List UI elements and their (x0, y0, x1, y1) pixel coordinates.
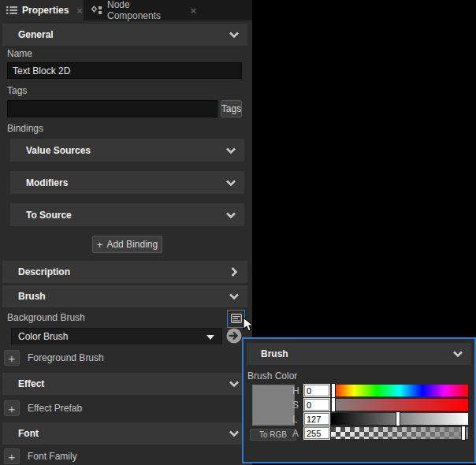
tab-label: Properties (22, 5, 69, 16)
section-header-value-sources[interactable]: Value Sources (10, 139, 244, 162)
section-header-font[interactable]: Font (2, 422, 247, 445)
lightness-row: L (244, 413, 474, 426)
tab-node-components[interactable]: Node Components × (84, 0, 203, 20)
slider-handle[interactable] (332, 398, 335, 411)
brush-color-popup: Brush Brush Color To RGB H S L A (242, 337, 476, 463)
slider-handle[interactable] (396, 412, 400, 426)
section-header-modifiers[interactable]: Modifiers (10, 171, 244, 194)
lightness-slider[interactable] (331, 413, 468, 425)
slider-handle[interactable] (332, 384, 335, 397)
hue-slider[interactable] (331, 385, 468, 396)
effect-prefab-label: Effect Prefab (28, 403, 82, 414)
section-title: Description (18, 266, 70, 277)
properties-panel: Properties × Node Components × General N… (0, 0, 252, 465)
brush-editor-button[interactable] (227, 310, 245, 328)
lightness-input[interactable] (304, 413, 329, 425)
close-icon[interactable]: × (190, 5, 196, 17)
foreground-brush-label: Foreground Brush (28, 352, 104, 363)
section-title: Modifiers (26, 177, 68, 188)
plus-icon: + (9, 352, 16, 364)
tags-label: Tags (7, 85, 27, 96)
node-components-icon (91, 5, 102, 16)
properties-list-icon (6, 6, 17, 15)
section-title: Value Sources (26, 145, 91, 156)
chevron-down-icon (225, 179, 236, 186)
section-header-general[interactable]: General (2, 24, 247, 46)
brush-type-dropdown[interactable]: Color Brush (11, 328, 222, 344)
plus-icon: + (9, 403, 16, 415)
foreground-brush-add-button[interactable]: + (4, 350, 20, 366)
chevron-down-icon (229, 293, 240, 300)
tab-bar: Properties × Node Components × (0, 0, 252, 20)
font-family-add-button[interactable]: + (4, 448, 20, 464)
section-header-to-source[interactable]: To Source (10, 203, 244, 226)
effect-prefab-add-button[interactable]: + (4, 400, 20, 416)
chevron-down-icon (225, 147, 236, 154)
chevron-right-icon (231, 266, 238, 277)
chevron-down-icon (452, 351, 463, 358)
dropdown-value: Color Brush (18, 331, 68, 342)
font-family-label: Font Family (28, 451, 77, 462)
section-header-brush[interactable]: Brush (2, 285, 247, 307)
alpha-row: A (244, 427, 474, 440)
section-header-description[interactable]: Description (2, 261, 247, 283)
hue-row: H (244, 385, 474, 397)
panel-editor-icon (231, 312, 242, 326)
section-title: Brush (18, 291, 46, 302)
slider-handle[interactable] (462, 426, 465, 440)
chevron-down-icon (229, 381, 240, 388)
bindings-label: Bindings (7, 123, 43, 134)
plus-icon: + (97, 239, 103, 251)
background-brush-label: Background Brush (7, 312, 85, 323)
name-input[interactable] (7, 62, 242, 79)
popup-section-header-brush[interactable]: Brush (247, 343, 471, 365)
name-label: Name (7, 48, 32, 59)
section-title: Font (18, 428, 39, 439)
add-binding-button[interactable]: + Add Binding (92, 236, 162, 253)
add-binding-label: Add Binding (106, 239, 158, 250)
alpha-slider[interactable] (331, 427, 468, 439)
revert-to-default-button[interactable] (225, 327, 243, 348)
hue-label: H (292, 385, 299, 396)
section-title: Brush (261, 348, 288, 359)
tab-label: Node Components (107, 0, 182, 21)
saturation-input[interactable] (304, 399, 329, 411)
saturation-label: S (292, 400, 299, 411)
chevron-down-icon (225, 211, 236, 218)
close-icon[interactable]: × (76, 5, 83, 17)
tab-properties[interactable]: Properties × (0, 0, 84, 20)
section-title: To Source (26, 210, 72, 221)
chevron-down-icon (206, 335, 214, 340)
chevron-down-icon (229, 430, 240, 437)
chevron-down-icon (229, 32, 240, 39)
alpha-input[interactable] (304, 427, 329, 439)
section-header-effect[interactable]: Effect (2, 373, 247, 395)
brush-color-label: Brush Color (247, 370, 297, 381)
hue-input[interactable] (304, 385, 329, 396)
saturation-row: S (244, 399, 474, 411)
tags-button[interactable]: Tags (221, 100, 242, 117)
lightness-label: L (292, 414, 298, 425)
section-title: General (18, 29, 54, 40)
section-title: Effect (18, 378, 44, 389)
plus-icon: + (9, 451, 16, 463)
tags-input[interactable] (7, 100, 218, 117)
alpha-label: A (292, 428, 299, 439)
saturation-slider[interactable] (331, 399, 468, 411)
